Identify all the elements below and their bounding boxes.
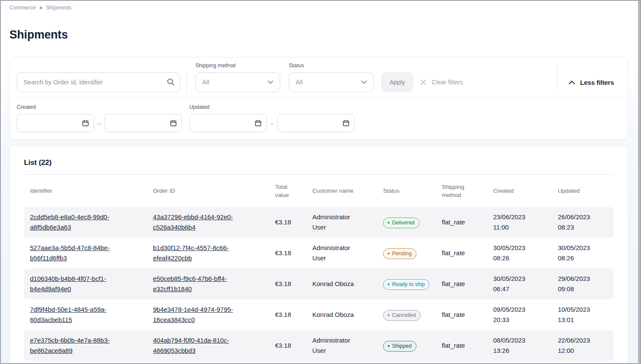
updated-cell: 26/06/202308:23 [552, 212, 614, 233]
status-cell: Ready to ship [377, 278, 436, 290]
status-badge: Cancelled [383, 310, 421, 321]
created-cell: 08/05/202313:26 [487, 335, 552, 356]
divider [557, 65, 557, 90]
breadcrumb-item-commerce[interactable]: Commerce [9, 5, 36, 11]
order-id-cell: b1d30f12-7f4c-4557-8c66-efeaf4220cbb [147, 243, 269, 263]
order-id-link[interactable]: b1d30f12-7f4c-4557-8c66-efeaf4220cbb [153, 243, 256, 263]
table-row: d106340b-b4b8-4f07-bcf1-b4e4d9af94e0 e50… [24, 269, 614, 299]
column-header-shipping-method: Shipping method [436, 183, 487, 199]
identifier-link[interactable]: 527aae3a-5b5d-47c8-84be-b56f11d6ffb3 [30, 243, 133, 263]
column-header-updated: Updated [552, 187, 614, 195]
filters-panel: Shipping method All Status All Apply [9, 57, 628, 140]
calendar-icon [342, 119, 350, 127]
order-id-cell: 9b4e3478-1e4d-4974-9795-16cea3843cc0 [147, 304, 269, 325]
shipping-method-select[interactable]: All [195, 72, 280, 92]
created-cell: 30/05/202306:47 [487, 274, 552, 294]
filters-row-main: Shipping method All Status All Apply [10, 57, 628, 97]
less-filters-toggle[interactable]: Less filters [569, 72, 614, 92]
shipping-method-value: All [202, 79, 209, 86]
status-badge: Ready to ship [383, 279, 429, 290]
order-id-link[interactable]: 9b4e3478-1e4d-4974-9795-16cea3843cc0 [153, 304, 256, 325]
breadcrumb: Commerce > Shipments [9, 4, 632, 11]
created-cell: 09/05/202320:33 [487, 304, 552, 325]
status-cell: Cancelled [377, 309, 436, 321]
app-window: Commerce > Shipments Shipments Shipping … [0, 0, 641, 364]
order-id-cell: 404ab794-f0f0-41da-810c-4869053cbbd3 [147, 335, 269, 356]
customer-name-cell: Konrad Oboza [306, 279, 377, 289]
status-select[interactable]: All [289, 72, 374, 92]
status-badge-label: Shipped [392, 343, 412, 349]
scrollbar[interactable] [638, 1, 640, 363]
column-header-customer-name: Customer name [306, 187, 377, 195]
status-dot-icon [388, 283, 389, 285]
clear-filters-button[interactable]: Clear filters [420, 72, 463, 92]
search-input[interactable] [17, 72, 180, 92]
total-value-cell: €3.18 [269, 279, 306, 289]
created-label: Created [17, 104, 182, 110]
search-field [17, 72, 180, 92]
status-badge: Delivered [383, 218, 419, 228]
status-cell: Pending [377, 247, 436, 259]
identifier-cell: 527aae3a-5b5d-47c8-84be-b56f11d6ffb3 [24, 243, 147, 263]
shipments-table-body: 2cdd5eb8-e8a0-4ec8-99d0-a8f5db6e3a63 43a… [24, 207, 614, 361]
total-value-cell: €3.18 [269, 248, 306, 258]
identifier-link[interactable]: 2cdd5eb8-e8a0-4ec8-99d0-a8f5db6e3a63 [30, 212, 133, 233]
breadcrumb-item-shipments: Shipments [46, 5, 72, 11]
column-header-status: Status [377, 187, 436, 195]
status-badge-label: Pending [392, 251, 412, 257]
identifier-cell: e7e375cb-6b0b-4e7a-88b3-be862ace8a89 [24, 335, 147, 356]
identifier-cell: 7df9f4bd-50e1-4845-a59a-60d3acbeb115 [24, 304, 147, 325]
chevron-up-icon [569, 81, 575, 84]
less-filters-label: Less filters [580, 79, 614, 86]
page-title: Shipments [9, 28, 632, 42]
table-row: 2cdd5eb8-e8a0-4ec8-99d0-a8f5db6e3a63 43a… [24, 207, 614, 238]
order-id-link[interactable]: 404ab794-f0f0-41da-810c-4869053cbbd3 [153, 335, 256, 356]
table-header: Identifier Order ID Total value Customer… [24, 175, 614, 207]
range-separator: – [98, 120, 101, 127]
order-id-link[interactable]: 43a37296-ebbd-4164-92e0-c526a340b6b4 [153, 212, 256, 233]
shipping-method-cell: flat_rate [436, 310, 487, 320]
table-row: 527aae3a-5b5d-47c8-84be-b56f11d6ffb3 b1d… [24, 238, 614, 269]
identifier-link[interactable]: 7df9f4bd-50e1-4845-a59a-60d3acbeb115 [30, 304, 133, 325]
shipping-method-cell: flat_rate [436, 248, 487, 258]
apply-button[interactable]: Apply [381, 72, 413, 92]
customer-name-cell: Administrator User [306, 243, 377, 263]
identifier-link[interactable]: d106340b-b4b8-4f07-bcf1-b4e4d9af94e0 [30, 274, 133, 294]
updated-label: Updated [189, 104, 355, 110]
calendar-icon [255, 119, 262, 127]
chevron-down-icon [361, 81, 367, 84]
status-badge-label: Ready to ship [392, 281, 425, 287]
filters-row-dates: Created – [10, 98, 628, 139]
updated-date-filter: Updated – [189, 104, 355, 132]
shipping-method-cell: flat_rate [436, 279, 487, 289]
status-badge: Shipped [383, 341, 416, 352]
close-icon [420, 79, 427, 86]
shipping-method-cell: flat_rate [436, 340, 487, 351]
updated-cell: 30/05/202308:26 [552, 243, 614, 263]
created-from-field [17, 114, 94, 132]
status-label: Status [289, 63, 374, 69]
total-value-cell: €3.18 [269, 310, 306, 320]
status-cell: Shipped [377, 340, 436, 352]
column-header-created: Created [487, 187, 552, 195]
updated-to-field [277, 114, 355, 132]
status-dot-icon [388, 345, 389, 347]
status-cell: Delivered [377, 216, 436, 228]
updated-from-field [189, 114, 267, 132]
created-cell: 23/06/202311:00 [487, 212, 552, 233]
status-filter: Status All [289, 63, 374, 92]
shipments-list-panel: List (22) Identifier Order ID Total valu… [9, 145, 628, 364]
order-id-cell: 43a37296-ebbd-4164-92e0-c526a340b6b4 [147, 212, 269, 233]
customer-name-cell: Administrator User [306, 335, 377, 356]
total-value-cell: €3.18 [269, 340, 306, 351]
order-id-cell: e50ceb85-f9c6-47b6-bff4-e32cff1b1840 [147, 274, 269, 294]
order-id-link[interactable]: e50ceb85-f9c6-47b6-bff4-e32cff1b1840 [153, 274, 256, 294]
identifier-link[interactable]: e7e375cb-6b0b-4e7a-88b3-be862ace8a89 [30, 335, 133, 356]
calendar-icon [82, 119, 89, 127]
status-value: All [296, 79, 303, 86]
updated-cell: 22/06/202312:00 [552, 335, 614, 356]
created-date-filter: Created – [17, 104, 182, 132]
divider [186, 72, 187, 93]
shipping-method-label: Shipping method [195, 63, 280, 69]
search-icon [167, 78, 175, 86]
